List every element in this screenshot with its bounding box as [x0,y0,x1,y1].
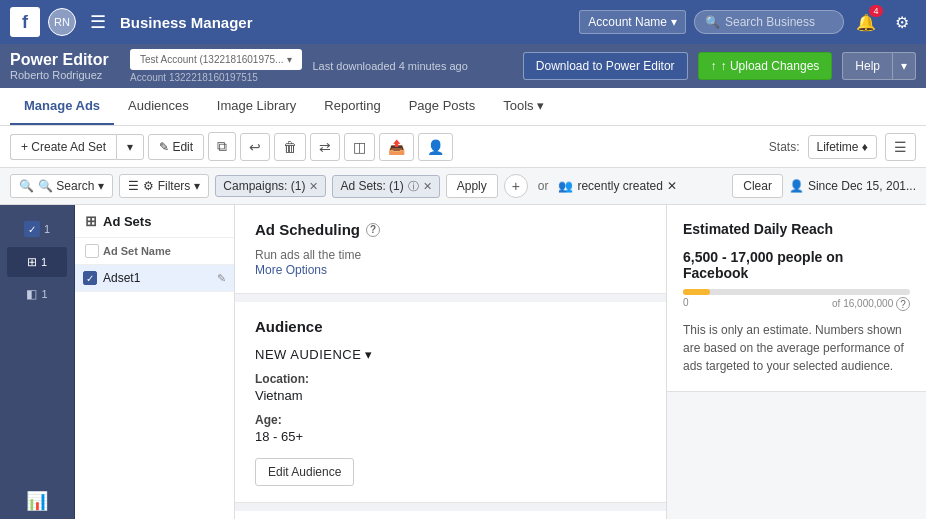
recently-close[interactable]: ✕ [667,179,677,193]
ad-scheduling-info-icon[interactable]: ? [366,223,380,237]
undo-btn[interactable]: ↩ [240,133,270,161]
settings-icon[interactable]: ⚙ [888,8,916,36]
center-panel: Ad Scheduling ? Run ads all the time Mor… [235,205,666,519]
help-dropdown-btn[interactable]: ▾ [893,52,916,80]
adsets-filter-close[interactable]: ✕ [423,180,432,193]
left-ads-item[interactable]: ◧ 1 [7,279,67,309]
preview-btn[interactable]: ◫ [344,133,375,161]
audience-section: Audience NEW AUDIENCE ▾ Location: Vietna… [235,302,666,503]
duplicate-btn[interactable]: ⧉ [208,132,236,161]
notifications-icon[interactable]: 🔔 4 [852,8,880,36]
adset-row-edit-icon[interactable]: ✎ [217,272,226,285]
account-selector-btn[interactable]: Test Account (1322181601975... ▾ [130,49,302,70]
create-adset-dropdown-btn[interactable]: ▾ [116,134,144,160]
select-all-checkbox[interactable] [85,244,99,258]
tab-image-library[interactable]: Image Library [203,88,310,125]
add-filter-btn[interactable]: + [504,174,528,198]
adset-row-checkbox[interactable]: ✓ [83,271,97,285]
adsets-filter-label: Ad Sets: (1) [340,179,403,193]
delete-btn[interactable]: 🗑 [274,133,306,161]
stats-selector[interactable]: Lifetime ♦ [808,135,877,159]
search-filter-btn[interactable]: 🔍 🔍 Search ▾ [10,174,113,198]
topbar: f RN ☰ Business Manager Account Name ▾ 🔍… [0,0,926,44]
main-content: ✓ 1 ⊞ 1 ◧ 1 📊 ⊞ Ad Sets Ad Set Na [0,205,926,519]
clear-filter-btn[interactable]: Clear [732,174,783,198]
split-icon: ⇄ [319,139,331,155]
reach-bar-min: 0 [683,297,689,311]
download-btn[interactable]: Download to Power Editor [523,52,688,80]
reach-card: Estimated Daily Reach 6,500 - 17,000 peo… [667,205,926,392]
account-selector[interactable]: Account Name ▾ [579,10,686,34]
edit-btn[interactable]: ✎ Edit [148,134,204,160]
nav-tabs: Manage Ads Audiences Image Library Repor… [0,88,926,126]
reach-range: 6,500 - 17,000 people on Facebook [683,249,910,281]
tab-page-posts[interactable]: Page Posts [395,88,490,125]
reach-title: Estimated Daily Reach [683,221,910,237]
audience-selector[interactable]: NEW AUDIENCE ▾ [255,347,646,362]
search-dropdown-icon: ▾ [98,179,104,193]
duplicate-icon: ⧉ [217,138,227,154]
toolbar: + Create Ad Set ▾ ✎ Edit ⧉ ↩ 🗑 ⇄ ◫ 📤 👤 S… [0,126,926,168]
campaigns-filter-label: Campaigns: (1) [223,179,305,193]
filter-bar: 🔍 🔍 Search ▾ ☰ ⚙ Filters ▾ Campaigns: (1… [0,168,926,205]
chart-icon: 📊 [26,491,48,511]
location-value: Vietnam [255,388,646,403]
preview-icon: ◫ [353,139,366,155]
adsets-col-header: Ad Set Name [75,238,234,265]
help-group: Help ▾ [842,52,916,80]
search-filter-icon: 🔍 [19,179,34,193]
columns-btn[interactable]: ☰ [885,133,916,161]
reach-info-icon[interactable]: ? [896,297,910,311]
adsets-panel: ⊞ Ad Sets Ad Set Name ✓ Adset1 ✎ [75,205,235,519]
left-campaigns-item[interactable]: ✓ 1 [7,213,67,245]
reach-bar-fill [683,289,710,295]
notification-badge: 4 [869,5,883,17]
export-btn[interactable]: 📤 [379,133,414,161]
recently-filter: 👥 recently created ✕ [558,179,676,193]
delete-icon: 🗑 [283,139,297,155]
audience-btn[interactable]: 👤 [418,133,453,161]
adsets-title: Ad Sets [103,214,151,229]
reach-bar-labels: 0 of 16,000,000 ? [683,297,910,311]
left-adsets-item[interactable]: ⊞ 1 [7,247,67,277]
new-audience-label: NEW AUDIENCE ▾ [255,347,646,362]
toolbar-right: Stats: Lifetime ♦ ☰ [769,133,916,161]
campaign-checkbox[interactable]: ✓ [24,221,40,237]
hamburger-icon[interactable]: ☰ [84,11,112,33]
grid-icon: ⊞ [85,213,97,229]
reach-bar-container: 0 of 16,000,000 ? [683,289,910,311]
location-label: Location: [255,372,646,386]
reach-description: This is only an estimate. Numbers shown … [683,321,910,375]
apply-filter-btn[interactable]: Apply [446,174,498,198]
reach-bar-bg [683,289,910,295]
pe-subtitle: Roberto Rodriguez [10,69,120,81]
create-adset-btn[interactable]: + Create Ad Set [10,134,116,160]
help-btn[interactable]: Help [842,52,893,80]
tab-tools[interactable]: Tools ▾ [489,88,557,125]
search-input[interactable] [725,15,833,29]
audience-title: Audience [255,318,646,335]
campaigns-filter-close[interactable]: ✕ [309,180,318,193]
adsets-filter-info[interactable]: ⓘ [408,179,419,194]
edit-audience-btn[interactable]: Edit Audience [255,458,354,486]
reach-bar-max: of 16,000,000 ? [832,297,910,311]
user-avatar[interactable]: RN [48,8,76,36]
download-info: Last downloaded 4 minutes ago [312,60,512,72]
tab-manage-ads[interactable]: Manage Ads [10,88,114,125]
pe-title-section: Power Editor Roberto Rodriguez [10,51,120,81]
more-options-link[interactable]: More Options [255,263,327,277]
ad-scheduling-description: Run ads all the time [255,248,646,262]
undo-icon: ↩ [249,139,261,155]
search-bar[interactable]: 🔍 [694,10,844,34]
ad-scheduling-section: Ad Scheduling ? Run ads all the time Mor… [235,205,666,294]
upload-btn[interactable]: ↑ ↑ Upload Changes [698,52,833,80]
stats-label: Stats: [769,140,800,154]
create-adset-group: + Create Ad Set ▾ [10,134,144,160]
tab-audiences[interactable]: Audiences [114,88,203,125]
tab-reporting[interactable]: Reporting [310,88,394,125]
filters-btn[interactable]: ☰ ⚙ Filters ▾ [119,174,209,198]
split-btn[interactable]: ⇄ [310,133,340,161]
pe-account-group: Test Account (1322181601975... ▾ Account… [130,49,302,83]
upload-icon: ↑ [711,59,717,73]
adsets-row[interactable]: ✓ Adset1 ✎ [75,265,234,292]
